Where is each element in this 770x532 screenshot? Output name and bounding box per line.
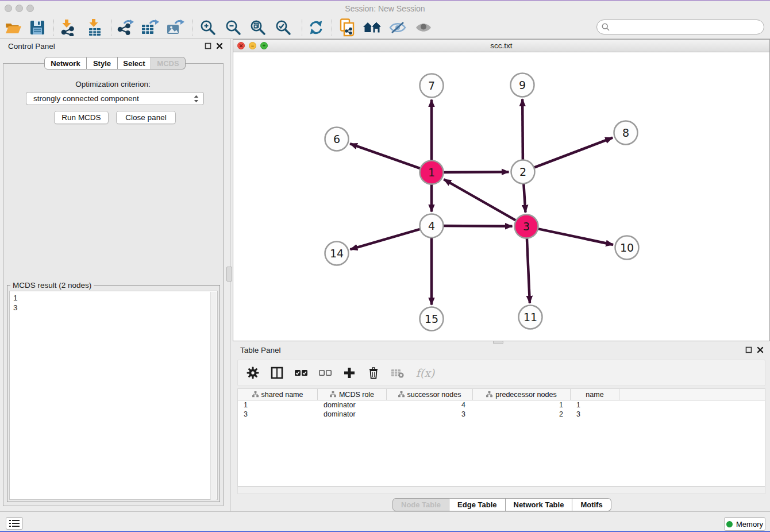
close-panel-icon[interactable] — [216, 43, 223, 49]
criterion-select[interactable]: strongly connected component — [26, 92, 204, 105]
graph-edge-2-9[interactable] — [522, 99, 523, 162]
mcds-result-title: MCDS result (2 nodes) — [10, 281, 94, 290]
add-column-icon[interactable] — [341, 365, 357, 381]
import-network-icon[interactable] — [58, 18, 78, 37]
cell-shared-name[interactable]: 3 — [238, 410, 318, 418]
table-panel-title: Table Panel — [240, 346, 281, 354]
network-graph[interactable]: 7968124314101511 — [233, 52, 769, 341]
graph-edge-3-1[interactable] — [444, 179, 518, 222]
memory-button[interactable]: Memory — [724, 517, 765, 531]
graph-node-label-2: 2 — [519, 165, 526, 178]
splitter-grip[interactable] — [226, 267, 232, 282]
app-titlebar: Session: New Session — [0, 1, 770, 16]
search-input[interactable] — [613, 23, 764, 32]
result-line: 1 — [13, 293, 217, 303]
import-table-icon[interactable] — [85, 18, 105, 37]
network-canvas[interactable]: 7968124314101511 — [233, 52, 769, 341]
cell-name[interactable]: 1 — [571, 401, 619, 409]
search-icon — [602, 23, 610, 31]
cell-mcds-role[interactable]: dominator — [318, 401, 387, 409]
table-row[interactable]: 1 dominator 4 1 1 — [238, 400, 765, 410]
table-horizontal-scrollbar[interactable] — [237, 487, 765, 494]
column-label: MCDS role — [339, 391, 374, 399]
cell-successor-nodes[interactable]: 3 — [387, 410, 473, 418]
graph-edge-4-3[interactable] — [441, 226, 512, 226]
graph-edge-1-6[interactable] — [350, 144, 422, 169]
mcds-result-text[interactable]: 1 3 — [9, 291, 218, 500]
column-header-predecessor-nodes[interactable]: predecessor nodes — [473, 389, 571, 400]
graph-edge-2-3[interactable] — [523, 181, 525, 212]
delete-table-icon — [390, 365, 406, 381]
cell-name[interactable]: 3 — [571, 410, 619, 418]
list-icon — [9, 519, 20, 527]
run-mcds-button[interactable]: Run MCDS — [54, 111, 109, 124]
column-header-name[interactable]: name — [571, 389, 619, 400]
tab-network[interactable]: Network — [44, 57, 87, 70]
graph-edge-3-10[interactable] — [536, 228, 613, 245]
graph-edge-1-2[interactable] — [441, 172, 509, 172]
tab-network-table[interactable]: Network Table — [506, 498, 573, 511]
tab-style[interactable]: Style — [87, 57, 118, 70]
column-header-shared-name[interactable]: shared name — [238, 389, 318, 400]
tab-mcds[interactable]: MCDS — [151, 57, 186, 70]
cell-successor-nodes[interactable]: 4 — [387, 401, 473, 409]
graph-node-label-6: 6 — [333, 133, 340, 145]
task-history-button[interactable] — [6, 517, 23, 530]
save-session-icon[interactable] — [28, 18, 47, 37]
zoom-selected-icon[interactable] — [274, 18, 293, 37]
export-image-icon[interactable] — [165, 18, 185, 37]
graph-node-label-14: 14 — [330, 247, 344, 260]
cell-shared-name[interactable]: 1 — [238, 401, 318, 409]
network-window-titlebar[interactable]: ✕ − + scc.txt — [233, 40, 769, 52]
hide-selected-icon[interactable] — [388, 18, 407, 37]
tab-node-table[interactable]: Node Table — [392, 498, 449, 511]
node-table[interactable]: shared name MCDS role successor nodes pr… — [237, 388, 765, 487]
result-scrollbar[interactable] — [210, 292, 217, 500]
criterion-selected-value: strongly connected component — [33, 94, 194, 103]
delete-column-icon[interactable] — [365, 365, 382, 381]
cell-predecessor-nodes[interactable]: 2 — [473, 410, 571, 418]
open-session-icon[interactable] — [3, 18, 23, 37]
graph-node-label-1: 1 — [428, 166, 435, 179]
export-network-icon[interactable] — [116, 18, 135, 37]
zoom-in-icon[interactable] — [198, 18, 218, 37]
tab-motifs[interactable]: Motifs — [572, 498, 611, 511]
graph-edge-2-8[interactable] — [532, 138, 613, 168]
show-nested-network-icon[interactable] — [363, 18, 382, 37]
close-table-panel-icon[interactable] — [757, 346, 764, 353]
graph-node-label-15: 15 — [425, 313, 438, 325]
float-panel-icon[interactable] — [205, 43, 211, 49]
tab-edge-table[interactable]: Edge Table — [449, 498, 505, 511]
search-field[interactable] — [596, 20, 764, 34]
export-table-icon[interactable] — [140, 18, 160, 37]
duplicate-network-icon[interactable] — [337, 18, 357, 37]
table-row[interactable]: 3 dominator 3 2 3 — [238, 410, 765, 419]
tab-select[interactable]: Select — [118, 57, 151, 70]
column-header-mcds-role[interactable]: MCDS role — [318, 389, 387, 400]
vertical-splitter[interactable] — [226, 39, 233, 511]
select-all-rows-icon[interactable] — [293, 365, 309, 381]
zoom-fit-icon[interactable] — [248, 18, 268, 37]
close-panel-button[interactable]: Close panel — [116, 111, 176, 124]
zoom-out-icon[interactable] — [224, 18, 243, 37]
column-browser-icon[interactable] — [269, 365, 285, 381]
float-table-panel-icon[interactable] — [745, 346, 752, 353]
app-title: Session: New Session — [0, 4, 770, 13]
graph-edge-3-11[interactable] — [527, 236, 530, 303]
deselect-all-rows-icon[interactable] — [317, 365, 333, 381]
memory-label: Memory — [736, 520, 763, 529]
network-view-window: ✕ − + scc.txt 7968124314101511 — [233, 39, 770, 341]
table-panel-tabs: Node Table Edge Table Network Table Moti… — [392, 498, 611, 511]
control-panel-title: Control Panel — [8, 42, 55, 51]
refresh-view-icon[interactable] — [306, 18, 326, 37]
graph-edge-4-14[interactable] — [351, 229, 423, 250]
toolbar-divider — [302, 20, 302, 36]
column-header-successor-nodes[interactable]: successor nodes — [387, 389, 473, 400]
show-all-icon[interactable] — [414, 18, 433, 37]
cell-predecessor-nodes[interactable]: 1 — [473, 401, 571, 409]
result-line: 3 — [13, 303, 217, 313]
graph-node-label-10: 10 — [620, 241, 634, 254]
table-options-gear-icon[interactable] — [245, 365, 261, 381]
graph-node-label-3: 3 — [523, 220, 530, 233]
cell-mcds-role[interactable]: dominator — [318, 410, 387, 418]
